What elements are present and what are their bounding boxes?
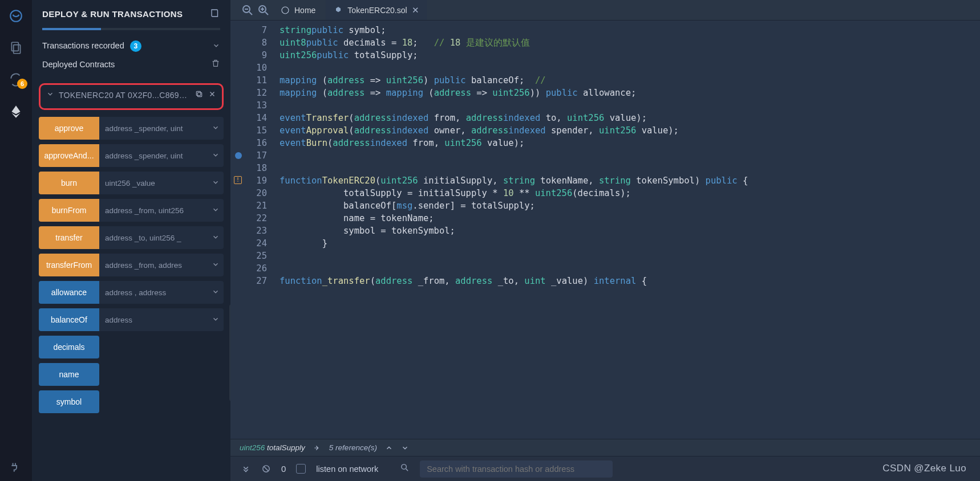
fn-row-decimals: decimals [39,336,224,358]
listen-checkbox[interactable] [296,464,306,474]
svg-rect-4 [196,91,200,95]
tab-file-label: TokenERC20.sol [347,6,407,15]
deployed-contracts-row: Deployed Contracts [42,59,220,70]
fn-button-name[interactable]: name [39,363,99,386]
fn-row-burn: burn [39,172,224,194]
fn-expand-balanceOf[interactable] [207,308,224,331]
svg-rect-3 [197,92,201,96]
deployed-contracts-label: Deployed Contracts [42,60,115,69]
tx-recorded-row[interactable]: Transactions recorded 3 [42,40,220,52]
refs-up-icon[interactable] [385,444,393,452]
svg-point-9 [402,464,407,470]
fn-button-burn[interactable]: burn [39,172,99,194]
search-icon[interactable] [400,463,410,475]
copy-icon[interactable] [195,89,204,100]
logo-icon[interactable] [8,8,24,24]
contract-address-label: TOKENERC20 AT 0X2F0...C869A (E [59,91,190,100]
main-area: Home TokenERC20.sol ✕ 789101112131415161… [230,0,980,481]
tab-home-label: Home [294,6,315,15]
progress-bar [42,28,220,30]
svg-point-7 [282,7,289,14]
code-content[interactable]: string public symbol; uint8 public decim… [275,21,980,439]
tab-close-icon[interactable]: ✕ [412,5,419,15]
fn-input-approveAnd[interactable] [99,144,207,167]
plugin-icon[interactable] [8,458,24,474]
fn-button-transferFrom[interactable]: transferFrom [39,254,99,276]
fn-button-symbol[interactable]: symbol [39,390,99,413]
fn-button-approveAnd[interactable]: approveAnd... [39,144,99,167]
fn-button-allowance[interactable]: allowance [39,281,99,304]
fn-button-transfer[interactable]: transfer [39,226,99,249]
left-iconbar: 6 [0,0,32,481]
fn-input-allowance[interactable] [99,281,207,304]
tab-home[interactable]: Home [273,0,323,20]
tab-file[interactable]: TokenERC20.sol ✕ [326,0,427,20]
fn-expand-burnFrom[interactable] [207,199,224,222]
fn-row-transfer: transfer [39,226,224,249]
fn-expand-approveAnd[interactable] [207,144,224,167]
code-editor[interactable]: 789101112131415161718192021222324252627!… [230,21,980,439]
fn-input-transferFrom[interactable] [99,254,207,276]
terminal-bar: 0 listen on network [230,456,980,481]
fn-input-approve[interactable] [99,117,207,140]
pending-count: 0 [281,464,286,474]
svg-rect-2 [14,45,21,54]
fn-button-balanceOf[interactable]: balanceOf [39,308,99,331]
listen-label: listen on network [316,464,378,474]
fn-input-transfer[interactable] [99,226,207,249]
fn-expand-transferFrom[interactable] [207,254,224,276]
trash-icon[interactable] [211,59,220,70]
fn-row-transferFrom: transferFrom [39,254,224,276]
refs-type: uint256 [240,443,265,452]
refs-down-icon[interactable] [401,444,409,452]
function-list: approveapproveAnd...burnburnFromtransfer… [32,117,230,413]
fn-button-decimals[interactable]: decimals [39,336,99,358]
refs-goto-icon[interactable] [313,444,321,452]
line-gutter: 789101112131415161718192021222324252627! [230,21,275,439]
panel-title: DEPLOY & RUN TRANSACTIONS [32,8,230,20]
fn-row-symbol: symbol [39,390,224,413]
fn-input-balanceOf[interactable] [99,308,207,331]
fn-expand-transfer[interactable] [207,226,224,249]
zoom-out-icon[interactable] [241,3,254,17]
tx-recorded-label: Transactions recorded [42,41,124,50]
tab-bar: Home TokenERC20.sol ✕ [230,0,980,21]
fn-row-approve: approve [39,117,224,140]
fn-row-allowance: allowance [39,281,224,304]
fn-row-balanceOf: balanceOf [39,308,224,331]
fn-button-burnFrom[interactable]: burnFrom [39,199,99,222]
tx-recorded-badge: 3 [130,40,141,52]
tx-search-input[interactable] [420,460,613,478]
refs-count: 5 reference(s) [329,443,377,452]
compile-badge: 6 [17,79,27,89]
compile-icon[interactable]: 6 [8,72,24,88]
fn-row-approveAnd: approveAnd... [39,144,224,167]
refs-name: totalSupply [267,443,305,452]
chevron-down-icon[interactable] [212,42,220,51]
zoom-in-icon[interactable] [257,3,270,17]
chevron-down-icon[interactable] [46,90,54,100]
watermark: CSDN @Zeke Luo [882,463,966,474]
deploy-panel: DEPLOY & RUN TRANSACTIONS Transactions r… [32,0,230,481]
fn-button-approve[interactable]: approve [39,117,99,140]
fn-expand-burn[interactable] [207,172,224,194]
fn-row-name: name [39,363,224,386]
block-icon[interactable] [261,464,271,474]
fn-input-burn[interactable] [99,172,207,194]
close-icon[interactable] [208,90,216,100]
fn-expand-approve[interactable] [207,117,224,140]
fn-input-burnFrom[interactable] [99,199,207,222]
files-icon[interactable] [8,40,24,56]
deploy-icon[interactable] [8,104,24,120]
svg-rect-1 [11,42,18,51]
fn-expand-allowance[interactable] [207,281,224,304]
expand-down-icon[interactable] [241,464,251,474]
references-bar[interactable]: uint256 totalSupply 5 reference(s) [230,439,980,456]
deployed-contract-card[interactable]: TOKENERC20 AT 0X2F0...C869A (E [39,83,224,110]
docs-icon[interactable] [210,8,220,20]
fn-row-burnFrom: burnFrom [39,199,224,222]
